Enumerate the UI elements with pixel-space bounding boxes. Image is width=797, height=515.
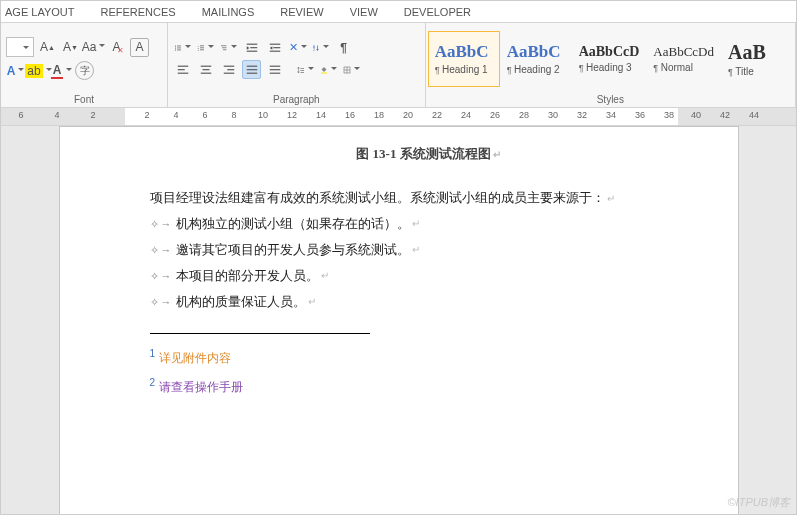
- tab-references[interactable]: REFERENCES: [100, 6, 175, 18]
- ruler-tick: 38: [664, 110, 674, 120]
- figure-title[interactable]: 图 13-1 系统测试流程图: [150, 145, 708, 163]
- decrease-indent-button[interactable]: [242, 38, 261, 57]
- svg-rect-18: [269, 43, 280, 44]
- svg-rect-17: [246, 50, 257, 51]
- increase-indent-button[interactable]: [265, 38, 284, 57]
- style-normal[interactable]: AaBbCcDdNormal: [646, 31, 721, 87]
- tab-developer[interactable]: DEVELOPER: [404, 6, 471, 18]
- style-sample: AaBbCcD: [579, 44, 640, 60]
- asian-layout-button[interactable]: ✕: [288, 38, 307, 57]
- document-area: 图 13-1 系统测试流程图 项目经理设法组建富有成效的系统测试小组。系统测试小…: [1, 126, 796, 515]
- grow-font-button[interactable]: A▲: [38, 38, 57, 57]
- paragraph-lead[interactable]: 项目经理设法组建富有成效的系统测试小组。系统测试小组的成员主要来源于：: [150, 185, 708, 211]
- ruler-tick: 10: [258, 110, 268, 120]
- svg-rect-30: [227, 69, 234, 70]
- group-paragraph: 123 ✕ AZ ¶: [168, 23, 426, 107]
- svg-rect-31: [223, 72, 234, 73]
- borders-button[interactable]: [342, 60, 361, 79]
- svg-rect-34: [246, 72, 257, 73]
- svg-rect-39: [301, 70, 305, 71]
- shading-button[interactable]: [319, 60, 338, 79]
- text-effects-button[interactable]: A: [6, 61, 25, 80]
- ruler-tick: 26: [490, 110, 500, 120]
- style-sample: AaB: [728, 41, 766, 64]
- ribbon: A▲ A▼ Aa A✕ A A ab A 字 Font: [1, 23, 796, 108]
- svg-rect-1: [177, 45, 181, 46]
- align-left-button[interactable]: [173, 60, 192, 79]
- style-heading-1[interactable]: AaBbCHeading 1: [428, 31, 500, 87]
- sort-button[interactable]: AZ: [311, 38, 330, 57]
- style-heading-2[interactable]: AaBbCHeading 2: [500, 31, 572, 87]
- style-heading-3[interactable]: AaBbCcDHeading 3: [572, 31, 647, 87]
- enclose-characters-button[interactable]: 字: [75, 61, 94, 80]
- svg-rect-26: [200, 65, 211, 66]
- horizontal-ruler[interactable]: 642 2468101214161820222426283032343638 4…: [1, 108, 796, 126]
- tab-review[interactable]: REVIEW: [280, 6, 323, 18]
- svg-rect-11: [200, 49, 204, 50]
- character-border-button[interactable]: A: [130, 38, 149, 57]
- svg-rect-23: [177, 65, 188, 66]
- change-case-button[interactable]: Aa: [84, 38, 103, 57]
- svg-rect-33: [246, 69, 257, 70]
- svg-rect-29: [223, 65, 234, 66]
- clear-formatting-button[interactable]: A✕: [107, 38, 126, 57]
- svg-rect-38: [301, 68, 305, 69]
- bullet-item[interactable]: 机构的质量保证人员。: [150, 289, 708, 315]
- page[interactable]: 图 13-1 系统测试流程图 项目经理设法组建富有成效的系统测试小组。系统测试小…: [59, 126, 739, 515]
- style-title[interactable]: AaBTitle: [721, 31, 793, 87]
- group-styles: AaBbCHeading 1AaBbCHeading 2AaBbCcDHeadi…: [426, 23, 796, 107]
- svg-rect-36: [269, 69, 280, 70]
- distributed-button[interactable]: [265, 60, 284, 79]
- menu-bar: AGE LAYOUT REFERENCES MAILINGS REVIEW VI…: [1, 1, 796, 23]
- svg-rect-5: [177, 49, 181, 50]
- style-name: Normal: [653, 62, 693, 73]
- ruler-tick: 12: [287, 110, 297, 120]
- style-name: Title: [728, 66, 754, 77]
- justify-button[interactable]: [242, 60, 261, 79]
- ruler-tick: 22: [432, 110, 442, 120]
- bullet-item[interactable]: 机构独立的测试小组（如果存在的话）。: [150, 211, 708, 237]
- show-hide-button[interactable]: ¶: [334, 38, 353, 57]
- multilevel-list-button[interactable]: [219, 38, 238, 57]
- tab-page-layout[interactable]: AGE LAYOUT: [5, 6, 74, 18]
- ruler-tick: 44: [749, 110, 759, 120]
- ruler-tick: 24: [461, 110, 471, 120]
- shrink-font-button[interactable]: A▼: [61, 38, 80, 57]
- tab-view[interactable]: VIEW: [350, 6, 378, 18]
- svg-text:3: 3: [198, 49, 200, 52]
- svg-rect-16: [250, 47, 257, 48]
- svg-rect-32: [246, 65, 257, 66]
- highlight-button[interactable]: ab: [29, 61, 48, 80]
- footnote[interactable]: 1详见附件内容: [150, 348, 708, 367]
- group-label-styles: Styles: [426, 94, 795, 107]
- align-right-button[interactable]: [219, 60, 238, 79]
- line-spacing-button[interactable]: [296, 60, 315, 79]
- footnote[interactable]: 2请查看操作手册: [150, 377, 708, 396]
- svg-rect-40: [301, 72, 305, 73]
- bullet-item[interactable]: 邀请其它项目的开发人员参与系统测试。: [150, 237, 708, 263]
- tab-mailings[interactable]: MAILINGS: [202, 6, 255, 18]
- font-color-button[interactable]: A: [52, 61, 71, 80]
- align-center-button[interactable]: [196, 60, 215, 79]
- ruler-tick: 18: [374, 110, 384, 120]
- font-size-combo[interactable]: [6, 37, 34, 57]
- watermark: ©ITPUB博客: [728, 495, 791, 510]
- svg-rect-13: [222, 47, 227, 48]
- svg-point-0: [175, 45, 176, 46]
- style-gallery[interactable]: AaBbCHeading 1AaBbCHeading 2AaBbCcDHeadi…: [428, 31, 793, 87]
- svg-point-4: [175, 49, 176, 50]
- bullet-item[interactable]: 本项目的部分开发人员。: [150, 263, 708, 289]
- ruler-tick: 2: [90, 110, 95, 120]
- ruler-tick: 34: [606, 110, 616, 120]
- ruler-tick: 20: [403, 110, 413, 120]
- numbering-button[interactable]: 123: [196, 38, 215, 57]
- ruler-tick: 36: [635, 110, 645, 120]
- ruler-tick: 42: [720, 110, 730, 120]
- ruler-tick: 32: [577, 110, 587, 120]
- ruler-tick: 6: [18, 110, 23, 120]
- bullets-button[interactable]: [173, 38, 192, 57]
- ruler-tick: 28: [519, 110, 529, 120]
- svg-rect-20: [269, 50, 280, 51]
- svg-rect-24: [177, 69, 184, 70]
- svg-rect-15: [246, 43, 257, 44]
